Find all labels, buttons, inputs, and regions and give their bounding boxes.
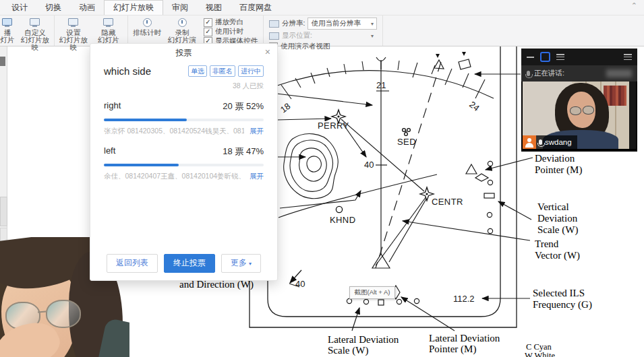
monitor-options: 分辨率: 使用当前分辨率 ▾ 显示位置: ▾: [265, 15, 381, 46]
tab-transition[interactable]: 切换: [36, 0, 70, 15]
close-icon[interactable]: ×: [265, 46, 270, 57]
group-monitors: 分辨率: 使用当前分辨率 ▾ 显示位置: ▾: [264, 15, 383, 46]
tag-in-progress: 进行中: [238, 65, 264, 77]
webcam-video: swdang: [523, 82, 636, 149]
tag-single-choice: 单选: [188, 65, 207, 77]
voted-count: 38 人已投: [104, 82, 264, 91]
poll-title: 投票: [176, 47, 192, 59]
screen: 18 21 24: [0, 0, 644, 357]
poll-question: which side: [104, 65, 151, 77]
rehearse-timings-button[interactable]: 排练计时: [129, 15, 165, 46]
chevron-down-icon: ▾: [371, 21, 374, 27]
play-slideshow-button[interactable]: 播 灯片: [0, 15, 18, 46]
ribbon-tabs: 设计 切换 动画 幻灯片放映 审阅 视图 百度网盘 ⌃: [0, 0, 644, 15]
glasses-lens: [46, 300, 81, 328]
option-label: left: [104, 145, 115, 158]
poll-header: 投票 ×: [90, 44, 277, 61]
option-label: right: [104, 100, 121, 112]
group-setup: 设置 幻灯片放映 隐藏 幻灯片: [55, 15, 128, 46]
chevron-down-icon: ▾: [249, 261, 252, 267]
list-view-icon[interactable]: [556, 54, 564, 60]
participant-name: swdang: [545, 138, 572, 146]
resolution-icon: [269, 20, 279, 28]
end-poll-button[interactable]: 终止投票: [164, 254, 215, 273]
resolution-row: 分辨率: 使用当前分辨率 ▾: [269, 18, 377, 30]
poll-tags: 单选 非匿名 进行中: [188, 65, 264, 77]
ribbon-toolbar: 播 灯片 自定义 幻灯片放映 设置 幻灯片放映 隐藏 幻灯: [0, 15, 644, 46]
participant-name-bar: swdang: [523, 135, 577, 149]
poll-dialog: 投票 × which side 单选 非匿名 进行中 38 人已投 right …: [90, 43, 278, 281]
tab-animation[interactable]: 动画: [70, 0, 104, 15]
gallery-view-icon[interactable]: [540, 52, 550, 62]
microphone-icon: [539, 139, 542, 145]
collapse-panel-icon[interactable]: [624, 54, 632, 60]
ribbon: 设计 切换 动画 幻灯片放映 审阅 视图 百度网盘 ⌃ 播 灯片 自定义 幻灯片…: [0, 0, 644, 46]
screenshot-tooltip: 截图(Alt + A): [349, 286, 395, 299]
chevron-down-icon: ▾: [371, 33, 374, 39]
presenter-view-row[interactable]: 使用演示者视图: [269, 42, 377, 51]
play-narration-checkbox[interactable]: ✓: [204, 18, 212, 27]
minimize-icon[interactable]: [527, 57, 534, 58]
option-votes: 18 票 47%: [223, 145, 264, 158]
speaking-label: 正在讲话:: [534, 69, 564, 78]
progress-bar: [104, 119, 264, 121]
use-timings-checkbox[interactable]: ✓: [204, 28, 212, 36]
tab-review[interactable]: 审阅: [163, 0, 197, 15]
microphone-icon: [527, 71, 530, 76]
custom-slideshow-icon: [28, 18, 42, 28]
video-call-titlebar: [521, 48, 637, 65]
expand-link[interactable]: 展开: [250, 172, 264, 181]
show-options-checkboxes: ✓ 播放旁白 ✓ 使用计时 ✓ 显示媒体控件: [200, 15, 262, 46]
group-start-show: 播 灯片 自定义 幻灯片放映: [0, 15, 55, 46]
glasses-lens: [570, 106, 581, 115]
custom-slideshow-button[interactable]: 自定义 幻灯片放映: [18, 15, 53, 46]
resolution-dropdown[interactable]: 使用当前分辨率 ▾: [308, 18, 377, 30]
expand-link[interactable]: 展开: [250, 127, 264, 136]
rehearse-timings-icon: [140, 18, 154, 28]
group-timing: 排练计时 录制 幻灯片演示 ✓ 播放旁白 ✓ 使用计时: [128, 15, 264, 46]
show-position-row: 显示位置: ▾: [269, 30, 377, 42]
poll-option-row: right 20 票 52%: [104, 100, 264, 112]
progress-fill: [104, 164, 179, 166]
tab-slideshow[interactable]: 幻灯片放映: [104, 0, 163, 15]
voters-list: 余佳、081420407王鑫、081420104姜昕锐、08142032...: [104, 172, 244, 181]
avatar-icon: [523, 135, 536, 149]
play-narration-row[interactable]: ✓ 播放旁白: [204, 18, 258, 27]
more-button[interactable]: 更多▾: [221, 254, 261, 273]
record-slideshow-icon: [175, 18, 189, 28]
poll-footer: 返回列表 终止投票 更多▾: [90, 254, 277, 273]
glasses-lens: [583, 106, 594, 115]
back-to-list-button[interactable]: 返回列表: [107, 254, 158, 273]
tag-non-anonymous: 非匿名: [210, 65, 235, 77]
speaker-names-blurred: [606, 69, 632, 77]
ribbon-collapse-icon[interactable]: ⌃: [631, 1, 637, 10]
poll-option-row: left 18 票 47%: [104, 145, 264, 158]
progress-bar: [104, 164, 264, 166]
option-votes: 20 票 52%: [223, 100, 264, 112]
progress-fill: [104, 119, 187, 121]
hide-slide-icon: [102, 18, 115, 28]
setup-slideshow-icon: [67, 18, 80, 28]
record-slideshow-button[interactable]: 录制 幻灯片演示: [165, 15, 200, 46]
tab-baidu-netdisk[interactable]: 百度网盘: [231, 0, 281, 15]
panel-fragment: [0, 57, 5, 66]
setup-slideshow-button[interactable]: 设置 幻灯片放映: [56, 15, 91, 46]
thumbnail-fragment[interactable]: [0, 197, 7, 226]
hide-slide-button[interactable]: 隐藏 幻灯片: [91, 15, 126, 46]
play-slideshow-icon: [1, 18, 14, 28]
show-position-icon: [269, 32, 279, 40]
video-call-window: 正在讲话: swdang: [521, 48, 637, 152]
use-timings-row[interactable]: ✓ 使用计时: [204, 27, 258, 36]
poll-body: which side 单选 非匿名 进行中 38 人已投 right 20 票 …: [90, 61, 277, 181]
speaking-bar: 正在讲话:: [521, 65, 637, 82]
video-edge: [629, 82, 636, 149]
tab-design[interactable]: 设计: [3, 0, 36, 15]
voters-list: 张京怀 081420305、081420524钱昊天、081420503雷...: [104, 127, 244, 136]
show-position-dropdown: ▾: [315, 30, 377, 42]
tab-view[interactable]: 视图: [197, 0, 231, 15]
